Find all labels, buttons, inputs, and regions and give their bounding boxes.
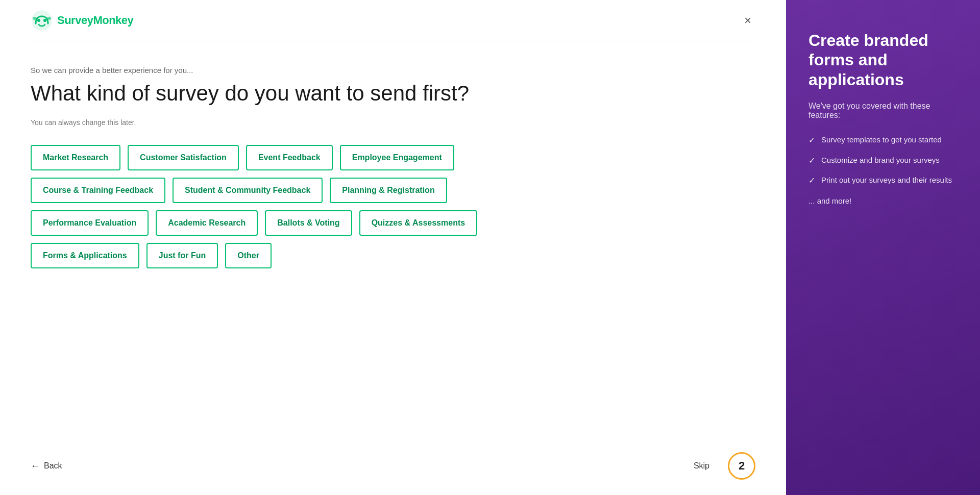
check-icon-3: ✓: [808, 175, 815, 186]
category-ballots-voting[interactable]: Ballots & Voting: [265, 210, 352, 236]
content: So we can provide a better experience fo…: [31, 41, 755, 440]
category-just-for-fun[interactable]: Just for Fun: [146, 243, 218, 268]
feature-list: ✓ Survey templates to get you started ✓ …: [808, 134, 958, 186]
category-row-4: Forms & Applications Just for Fun Other: [31, 243, 755, 268]
sidebar-subtitle: We've got you covered with these feature…: [808, 102, 958, 120]
feature-item-2: ✓ Customize and brand your surveys: [808, 155, 958, 166]
category-quizzes-assessments[interactable]: Quizzes & Assessments: [359, 210, 477, 236]
svg-point-0: [32, 10, 52, 31]
svg-point-4: [47, 17, 51, 20]
svg-point-3: [33, 17, 37, 20]
more-text: ... and more!: [808, 196, 958, 205]
logo: SurveyMonkey: [31, 9, 133, 32]
main-title: What kind of survey do you want to send …: [31, 81, 755, 106]
footer-right: Skip 2: [694, 452, 755, 480]
sidebar: Create branded forms and applications We…: [786, 0, 980, 495]
step-indicator: 2: [728, 452, 755, 480]
logo-icon: [31, 9, 53, 32]
category-planning-registration[interactable]: Planning & Registration: [330, 178, 447, 203]
svg-point-1: [37, 19, 40, 22]
subtitle-text: So we can provide a better experience fo…: [31, 66, 755, 75]
category-row-2: Course & Training Feedback Student & Com…: [31, 178, 755, 203]
back-button[interactable]: ← Back: [31, 461, 62, 472]
categories-container: Market Research Customer Satisfaction Ev…: [31, 145, 755, 268]
back-label: Back: [44, 461, 62, 471]
category-employee-engagement[interactable]: Employee Engagement: [340, 145, 454, 170]
logo-text: SurveyMonkey: [57, 14, 133, 27]
back-arrow-icon: ←: [31, 461, 40, 472]
main-area: SurveyMonkey × So we can provide a bette…: [0, 0, 786, 495]
feature-label-1: Survey templates to get you started: [821, 134, 942, 145]
category-market-research[interactable]: Market Research: [31, 145, 120, 170]
skip-button[interactable]: Skip: [694, 461, 709, 471]
feature-label-2: Customize and brand your surveys: [821, 155, 940, 165]
header: SurveyMonkey ×: [31, 0, 755, 41]
category-performance-evaluation[interactable]: Performance Evaluation: [31, 210, 149, 236]
svg-point-2: [43, 19, 46, 22]
check-icon-1: ✓: [808, 135, 815, 146]
footer: ← Back Skip 2: [31, 440, 755, 495]
feature-item-1: ✓ Survey templates to get you started: [808, 134, 958, 146]
feature-item-3: ✓ Print out your surveys and their resul…: [808, 175, 958, 186]
category-academic-research[interactable]: Academic Research: [156, 210, 258, 236]
category-row-3: Performance Evaluation Academic Research…: [31, 210, 755, 236]
category-course-training[interactable]: Course & Training Feedback: [31, 178, 165, 203]
category-forms-applications[interactable]: Forms & Applications: [31, 243, 139, 268]
close-button[interactable]: ×: [740, 12, 755, 29]
sidebar-title: Create branded forms and applications: [808, 31, 958, 89]
category-other[interactable]: Other: [225, 243, 272, 268]
category-row-1: Market Research Customer Satisfaction Ev…: [31, 145, 755, 170]
feature-label-3: Print out your surveys and their results: [821, 175, 952, 185]
category-customer-satisfaction[interactable]: Customer Satisfaction: [128, 145, 239, 170]
category-event-feedback[interactable]: Event Feedback: [246, 145, 333, 170]
helper-text: You can always change this later.: [31, 118, 755, 127]
category-student-community[interactable]: Student & Community Feedback: [173, 178, 323, 203]
check-icon-2: ✓: [808, 155, 815, 166]
